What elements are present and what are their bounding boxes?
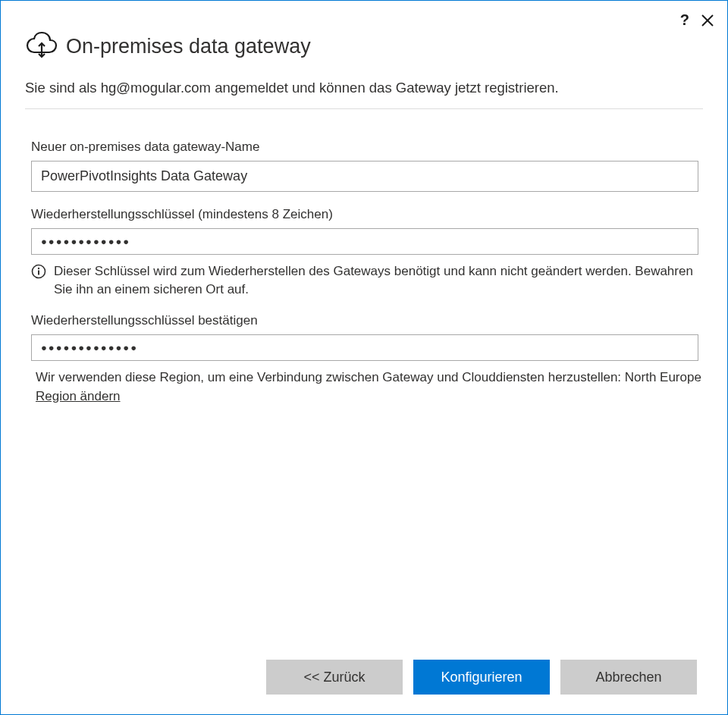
back-button[interactable]: << Zurück [266,660,403,695]
gateway-name-section: Neuer on-premises data gateway-Name [25,140,703,192]
button-row: << Zurück Konfigurieren Abbrechen [25,660,703,699]
cancel-button[interactable]: Abbrechen [560,660,697,695]
help-icon[interactable]: ? [680,11,689,29]
configure-button[interactable]: Konfigurieren [413,660,550,695]
gateway-name-input[interactable] [31,161,698,192]
region-prefix: Wir verwenden diese Region, um eine Verb… [36,370,701,384]
close-icon[interactable] [701,14,714,27]
dialog-title: On-premises data gateway [66,35,311,58]
info-icon [31,264,46,284]
gateway-dialog: ? On-premises data gateway Sie sind als … [0,0,728,715]
gateway-name-label: Neuer on-premises data gateway-Name [31,140,703,155]
intro-text: Sie sind als hg@mogular.com angemeldet u… [25,78,703,109]
region-text: Wir verwenden diese Region, um eine Verb… [36,368,703,406]
dialog-header: On-premises data gateway [25,31,703,61]
recovery-key-info-text: Dieser Schlüssel wird zum Wiederherstell… [54,262,703,299]
recovery-key-confirm-section: Wiederherstellungsschlüssel bestätigen W… [25,313,703,406]
recovery-key-confirm-input[interactable] [31,334,698,361]
recovery-key-info-row: Dieser Schlüssel wird zum Wiederherstell… [31,262,703,299]
svg-point-4 [38,268,39,269]
recovery-key-confirm-label: Wiederherstellungsschlüssel bestätigen [31,313,703,328]
titlebar-controls: ? [680,11,714,29]
recovery-key-label: Wiederherstellungsschlüssel (mindestens … [31,207,703,222]
region-change-link[interactable]: Region ändern [36,389,121,403]
svg-rect-5 [38,270,39,274]
recovery-key-input[interactable] [31,228,698,255]
recovery-key-section: Wiederherstellungsschlüssel (mindestens … [25,207,703,299]
cloud-icon [25,31,58,61]
